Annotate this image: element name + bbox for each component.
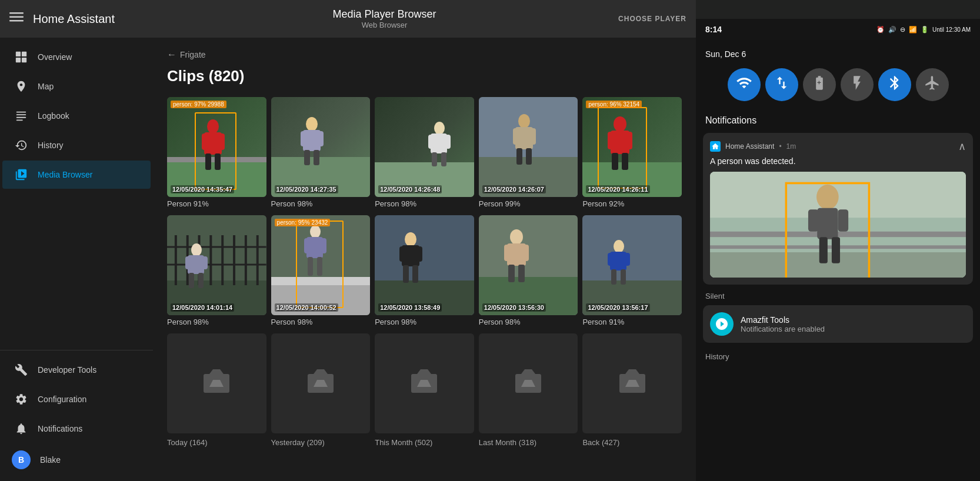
- breadcrumb[interactable]: ← Frigate: [167, 49, 682, 60]
- svg-rect-20: [318, 131, 324, 146]
- sidebar-item-developer-tools[interactable]: Developer Tools: [2, 356, 151, 384]
- folder-item[interactable]: Yesterday (209): [271, 333, 371, 447]
- svg-point-116: [816, 185, 839, 209]
- ha-notification[interactable]: Home Assistant • 1m ∧ A person was detec…: [703, 133, 973, 285]
- map-icon: [14, 79, 28, 93]
- folder-thumbnail: [375, 333, 474, 433]
- svg-marker-91: [521, 369, 535, 374]
- svg-rect-25: [428, 135, 434, 149]
- clip-item[interactable]: person: 96% 32154 12/05/2020 14:26:11 Pe…: [582, 97, 682, 208]
- clip-thumbnail: 12/05/2020 13:58:49: [375, 215, 474, 315]
- media-icon: [14, 168, 28, 182]
- avatar: B: [12, 450, 31, 469]
- svg-rect-120: [819, 237, 828, 263]
- clip-timestamp: 12/05/2020 13:56:17: [586, 303, 649, 312]
- amazfit-notification[interactable]: Amazfit Tools Notifications are enabled: [703, 305, 973, 343]
- svg-marker-94: [625, 369, 639, 374]
- page-title-top: Media Player Browser: [333, 8, 436, 21]
- history-icon: [14, 138, 28, 152]
- clip-item[interactable]: 12/05/2020 13:56:17 Person 91%: [582, 215, 682, 326]
- sidebar-item-overview[interactable]: Overview: [2, 43, 151, 71]
- clip-thumbnail: 12/05/2020 14:26:48: [375, 97, 474, 197]
- sidebar-item-history[interactable]: History: [2, 131, 151, 159]
- page-header-center: Media Player Browser Web Browser: [151, 8, 618, 29]
- svg-rect-34: [526, 148, 532, 165]
- clip-timestamp: 12/05/2020 14:26:48: [378, 185, 442, 193]
- bluetooth-tile[interactable]: [878, 68, 911, 101]
- sidebar-item-logbook[interactable]: Logbook: [2, 102, 151, 130]
- status-bar: 8:14 ⏰ 🔊 ⊖ 📶 🔋 Until 12:30 AM: [696, 19, 980, 40]
- svg-rect-53: [185, 256, 191, 269]
- clip-item[interactable]: 12/05/2020 13:56:30 Person 98%: [479, 215, 578, 326]
- status-time: 8:14: [705, 25, 722, 34]
- svg-point-75: [614, 240, 624, 253]
- svg-rect-4: [22, 52, 26, 56]
- list-icon: [14, 109, 28, 123]
- clip-item[interactable]: 12/05/2020 14:26:48 Person 98%: [375, 97, 474, 208]
- sidebar-item-map[interactable]: Map: [2, 72, 151, 101]
- shade-date: Sun, Dec 6: [705, 49, 746, 59]
- dnd-icon: ⊖: [900, 26, 905, 34]
- clip-item[interactable]: person: 97% 29988 12/05/2020 14:35:47 Pe…: [167, 97, 266, 208]
- folder-item[interactable]: Back (427): [582, 333, 682, 447]
- folder-item[interactable]: Last Month (318): [479, 333, 578, 447]
- choose-player-button[interactable]: CHOOSE PLAYER: [618, 15, 686, 23]
- clip-label: Person 98%: [375, 318, 474, 326]
- clips-row-3: Today (164) Yesterday (209): [167, 333, 682, 447]
- clips-title: Clips (820): [167, 67, 682, 85]
- clip-item[interactable]: 12/05/2020 14:26:07 Person 99%: [479, 97, 578, 208]
- notifications-header: Notifications: [696, 111, 980, 131]
- clip-item[interactable]: 12/05/2020 13:58:49 Person 98%: [375, 215, 474, 326]
- svg-point-29: [518, 114, 530, 128]
- wifi-tile[interactable]: [728, 68, 761, 101]
- menu-icon[interactable]: [9, 10, 24, 28]
- svg-rect-118: [808, 209, 819, 232]
- battery-saver-tile[interactable]: [803, 68, 836, 101]
- sidebar-item-configuration[interactable]: Configuration: [2, 385, 151, 413]
- sidebar: Overview Map: [0, 38, 153, 481]
- ha-notif-image: [710, 172, 966, 278]
- folder-item[interactable]: This Month (502): [375, 333, 474, 447]
- clip-thumbnail: 12/05/2020 14:01:14: [167, 215, 266, 315]
- data-tile[interactable]: [765, 68, 798, 101]
- sidebar-item-label: Developer Tools: [38, 365, 96, 375]
- svg-marker-82: [209, 369, 224, 374]
- clip-item[interactable]: person: 95% 23432 12/05/2020 14:00:52 Pe…: [271, 215, 371, 326]
- sidebar-item-label: History: [38, 141, 64, 150]
- history-label: History: [696, 345, 980, 363]
- ha-notif-header: Home Assistant • 1m ∧: [710, 140, 966, 153]
- top-bar: Home Assistant Media Player Browser Web …: [0, 0, 696, 38]
- clip-timestamp: 12/05/2020 14:26:07: [482, 185, 546, 193]
- folder-item[interactable]: Today (164): [167, 333, 266, 447]
- user-item[interactable]: B Blake: [0, 443, 153, 476]
- alarm-icon: ⏰: [876, 26, 885, 34]
- wifi-icon: [736, 75, 752, 95]
- android-panel: 8:14 ⏰ 🔊 ⊖ 📶 🔋 Until 12:30 AM Sun, Dec 6: [696, 0, 980, 481]
- ha-notif-text: A person was detected.: [710, 156, 966, 166]
- volume-icon: 🔊: [888, 26, 896, 34]
- airplane-tile[interactable]: [916, 68, 949, 101]
- clip-thumbnail: person: 95% 23432 12/05/2020 14:00:52: [271, 215, 371, 315]
- sidebar-item-label: Configuration: [38, 395, 86, 404]
- clip-item[interactable]: 12/05/2020 14:01:14 Person 98%: [167, 215, 266, 326]
- flashlight-tile[interactable]: [841, 68, 874, 101]
- sidebar-item-label: Map: [38, 82, 54, 91]
- folder-thumbnail: [582, 333, 682, 433]
- expand-icon[interactable]: ∧: [958, 140, 966, 153]
- detection-badge: person: 95% 23432: [275, 219, 331, 226]
- amazfit-text: Amazfit Tools Notifications are enabled: [741, 315, 825, 333]
- svg-rect-1: [9, 16, 24, 18]
- svg-rect-8: [16, 114, 26, 115]
- svg-rect-71: [504, 245, 511, 261]
- clip-item[interactable]: 12/05/2020 14:27:35 Person 98%: [271, 97, 371, 208]
- main-area: Overview Map: [0, 38, 696, 481]
- clip-label: Person 98%: [271, 318, 371, 326]
- bluetooth-icon: [886, 75, 903, 95]
- sidebar-item-notifications[interactable]: Notifications: [2, 415, 151, 443]
- svg-rect-0: [9, 12, 24, 14]
- svg-rect-56: [198, 273, 204, 288]
- sidebar-item-media-browser[interactable]: Media Browser: [2, 161, 151, 189]
- folder-label: This Month (502): [375, 438, 474, 447]
- page-subtitle: Web Browser: [362, 21, 408, 29]
- svg-point-63: [405, 232, 416, 246]
